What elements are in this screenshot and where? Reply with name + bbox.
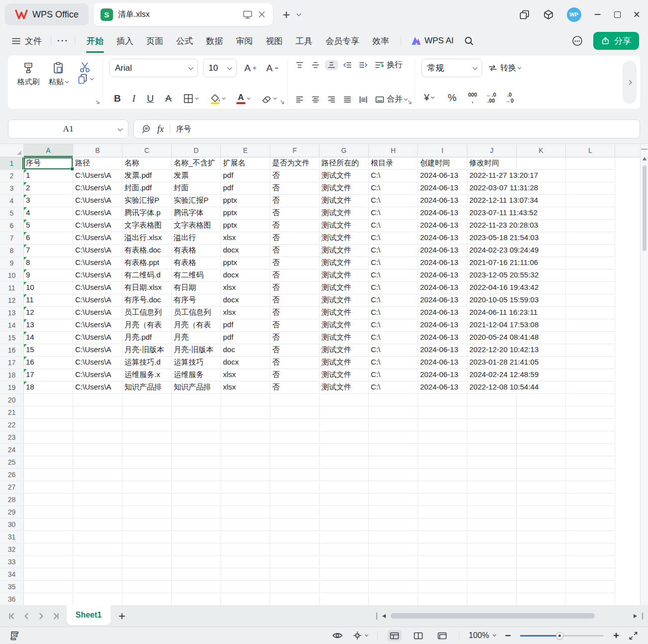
cell-D24[interactable] [172,444,221,456]
cell-G10[interactable]: 测试文件 [320,269,369,282]
cell-H34[interactable] [369,568,418,581]
menu-tab-开始[interactable]: 开始 [81,32,109,50]
column-header-C[interactable]: C [122,144,172,157]
cell-F31[interactable] [270,531,320,543]
increase-decimal-button[interactable]: ←.0 .00 [486,92,496,104]
cell-B13[interactable]: C:\Users\A [73,307,122,319]
cell-D31[interactable] [172,531,221,543]
cell-C14[interactable]: 月亮（有表 [122,319,172,332]
cell-L12[interactable] [566,294,615,307]
distributed-align-button[interactable] [359,96,368,104]
cell-D25[interactable] [172,456,221,469]
cell-C1[interactable]: 名称 [122,157,172,170]
cell-H31[interactable] [369,531,418,543]
column-header-J[interactable]: J [467,144,517,157]
cell-A8[interactable]: 7 [24,245,73,257]
cell-B34[interactable] [73,568,122,581]
cell-F22[interactable] [270,419,320,431]
cell-I11[interactable]: 2024-06-13 [418,282,467,294]
cell-I34[interactable] [418,568,467,581]
cell-B20[interactable] [73,394,122,406]
cell-L19[interactable] [566,382,615,394]
cell-G15[interactable]: 测试文件 [320,332,369,344]
align-middle-button[interactable] [311,61,320,69]
cell-I3[interactable]: 2024-06-13 [418,182,467,195]
percent-format-button[interactable]: % [445,92,459,104]
cell-B3[interactable]: C:\Users\A [73,182,122,195]
cell-I16[interactable]: 2024-06-13 [418,344,467,357]
cell-E28[interactable] [221,494,270,506]
cell-C11[interactable]: 有日期.xlsx [122,282,172,294]
cell-G23[interactable] [320,431,369,444]
cell-L20[interactable] [566,394,615,406]
cell-C25[interactable] [122,456,172,469]
cell-L29[interactable] [566,506,615,518]
increase-font-button[interactable]: A+ [242,63,259,74]
column-header-F[interactable]: F [270,144,320,157]
alignment-dialog-launcher[interactable] [407,100,412,105]
cell-F23[interactable] [270,431,320,444]
cell-H10[interactable]: C:\ [369,269,418,282]
decrease-indent-button[interactable] [343,61,352,69]
format-painter-button[interactable]: 格式刷 [14,59,43,89]
cell-A23[interactable] [24,431,73,444]
row-header-2[interactable]: 2 [0,170,24,182]
justify-button[interactable] [343,96,352,104]
zoom-out-button[interactable]: − [505,630,511,642]
cell-H16[interactable]: C:\ [369,344,418,357]
cell-D6[interactable]: 文字表格图 [172,220,221,232]
cell-G22[interactable] [320,419,369,431]
cell-A36[interactable] [24,593,73,605]
cell-J17[interactable]: 2023-01-28 21:41:05 [467,357,517,369]
column-header-D[interactable]: D [172,144,221,157]
cell-L7[interactable] [566,232,615,245]
cell-A10[interactable]: 9 [24,269,73,282]
split-view-button[interactable] [411,630,426,642]
cell-E35[interactable] [221,581,270,593]
cell-B27[interactable] [73,481,122,494]
cell-G6[interactable]: 测试文件 [320,220,369,232]
cell-A5[interactable]: 4 [24,207,73,220]
cell-B23[interactable] [73,431,122,444]
cell-B6[interactable]: C:\Users\A [73,220,122,232]
cell-H29[interactable] [369,506,418,518]
cell-H9[interactable]: C:\ [369,257,418,269]
cell-G21[interactable] [320,406,369,419]
sheet-tab-sheet1[interactable]: Sheet1 [67,605,110,625]
cell-D7[interactable]: 溢出行 [172,232,221,245]
cell-C2[interactable]: 发票.pdf [122,170,172,182]
cell-E7[interactable]: xlsx [221,232,270,245]
cell-G19[interactable]: 测试文件 [320,382,369,394]
cell-F21[interactable] [270,406,320,419]
row-header-34[interactable]: 34 [0,568,24,581]
cell-B35[interactable] [73,581,122,593]
align-left-button[interactable] [295,96,304,104]
cell-I27[interactable] [418,481,467,494]
decrease-decimal-button[interactable]: .0 →0 [505,92,514,104]
cell-J24[interactable] [467,444,517,456]
cell-E10[interactable]: docx [221,269,270,282]
maximize-button[interactable] [614,11,621,18]
cell-D30[interactable] [172,518,221,531]
cell-E34[interactable] [221,568,270,581]
cell-J14[interactable]: 2021-12-04 17:53:08 [467,319,517,332]
cell-L18[interactable] [566,369,615,382]
cell-H26[interactable] [369,469,418,481]
row-header-25[interactable]: 25 [0,456,24,469]
column-header-H[interactable]: H [369,144,418,157]
cell-G4[interactable]: 测试文件 [320,195,369,207]
align-center-button[interactable] [311,96,320,104]
next-sheet-button[interactable] [38,613,45,620]
cell-B32[interactable] [73,543,122,556]
row-header-19[interactable]: 19 [0,382,24,394]
cell-A21[interactable] [24,406,73,419]
cell-E9[interactable]: pptx [221,257,270,269]
cell-J29[interactable] [467,506,517,518]
cell-F6[interactable]: 否 [270,220,320,232]
row-header-28[interactable]: 28 [0,494,24,506]
cell-I33[interactable] [418,556,467,568]
convert-button[interactable]: 转换 [487,63,521,73]
split-handle-icon[interactable]: — [641,146,648,152]
cell-L8[interactable] [566,245,615,257]
cell-F5[interactable]: 否 [270,207,320,220]
